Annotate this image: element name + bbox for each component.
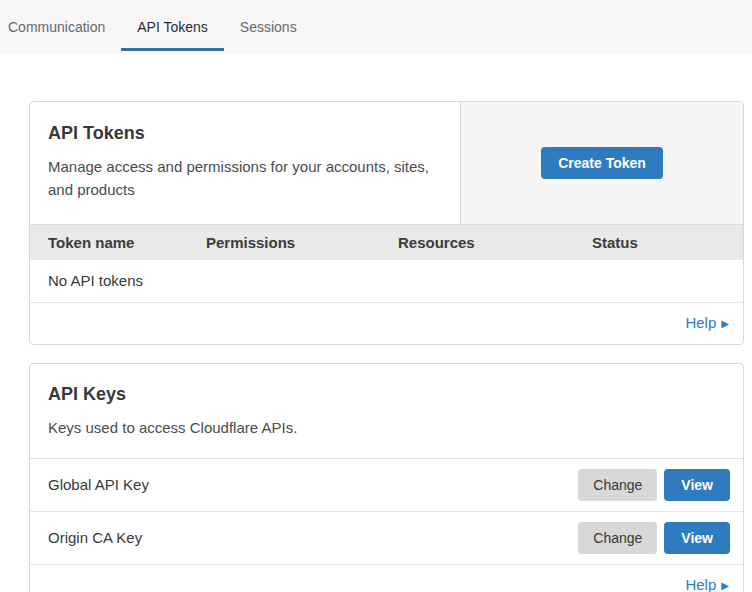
origin-ca-key-view-button[interactable]: View xyxy=(664,522,730,554)
origin-ca-key-label: Origin CA Key xyxy=(48,529,142,546)
tokens-empty-message: No API tokens xyxy=(30,260,743,303)
api-tokens-description: Manage access and permissions for your a… xyxy=(48,155,440,202)
api-tokens-title: API Tokens xyxy=(48,123,440,144)
api-tokens-card-header: API Tokens Manage access and permissions… xyxy=(30,102,743,224)
keys-help-link[interactable]: Help▶ xyxy=(685,576,729,592)
help-arrow-icon: ▶ xyxy=(721,318,729,329)
global-api-key-row: Global API Key Change View xyxy=(30,459,743,512)
keys-help-row: Help▶ xyxy=(30,565,743,592)
origin-ca-key-actions: Change View xyxy=(578,522,730,554)
create-token-button[interactable]: Create Token xyxy=(541,147,663,179)
tokens-help-row: Help▶ xyxy=(30,303,743,344)
api-keys-card: API Keys Keys used to access Cloudflare … xyxy=(29,363,744,592)
column-header-token-name: Token name xyxy=(30,234,206,251)
api-keys-title: API Keys xyxy=(48,384,723,405)
tab-api-tokens[interactable]: API Tokens xyxy=(121,0,224,54)
origin-ca-key-row: Origin CA Key Change View xyxy=(30,512,743,565)
tab-sessions[interactable]: Sessions xyxy=(224,0,313,54)
global-api-key-change-button[interactable]: Change xyxy=(578,469,657,501)
keys-help-label: Help xyxy=(685,576,716,592)
global-api-key-view-button[interactable]: View xyxy=(664,469,730,501)
tab-bar: Communication API Tokens Sessions xyxy=(0,0,752,54)
api-keys-card-header: API Keys Keys used to access Cloudflare … xyxy=(30,364,743,459)
global-api-key-actions: Change View xyxy=(578,469,730,501)
tokens-help-label: Help xyxy=(685,314,716,331)
api-tokens-header-text: API Tokens Manage access and permissions… xyxy=(30,102,460,224)
column-header-permissions: Permissions xyxy=(206,234,398,251)
help-arrow-icon: ▶ xyxy=(721,580,729,591)
origin-ca-key-change-button[interactable]: Change xyxy=(578,522,657,554)
global-api-key-label: Global API Key xyxy=(48,476,149,493)
tab-communication[interactable]: Communication xyxy=(8,0,121,54)
tokens-table-header: Token name Permissions Resources Status xyxy=(30,224,743,260)
column-header-status: Status xyxy=(592,234,743,251)
tokens-help-link[interactable]: Help▶ xyxy=(685,314,729,331)
api-tokens-card: API Tokens Manage access and permissions… xyxy=(29,101,744,345)
api-keys-description: Keys used to access Cloudflare APIs. xyxy=(48,416,723,439)
column-header-resources: Resources xyxy=(398,234,592,251)
main-content: API Tokens Manage access and permissions… xyxy=(0,54,752,592)
api-tokens-action-area: Create Token xyxy=(460,102,743,224)
